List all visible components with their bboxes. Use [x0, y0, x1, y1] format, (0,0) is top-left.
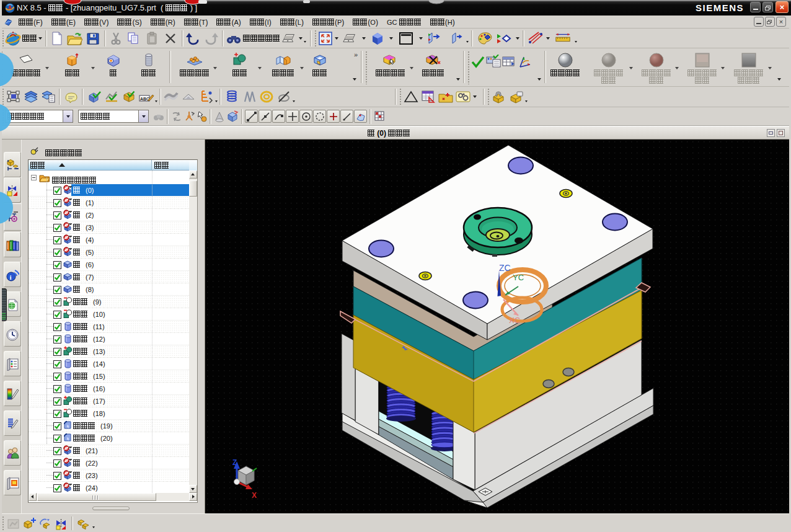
svg-text:XC: XC: [509, 316, 520, 325]
svg-text:ZC: ZC: [499, 263, 511, 273]
svg-text:YC: YC: [513, 273, 524, 282]
svg-text:Z: Z: [232, 458, 237, 467]
svg-text:ABC: ABC: [140, 97, 149, 101]
svg-text:i: i: [10, 273, 12, 280]
svg-text:X: X: [252, 491, 257, 500]
